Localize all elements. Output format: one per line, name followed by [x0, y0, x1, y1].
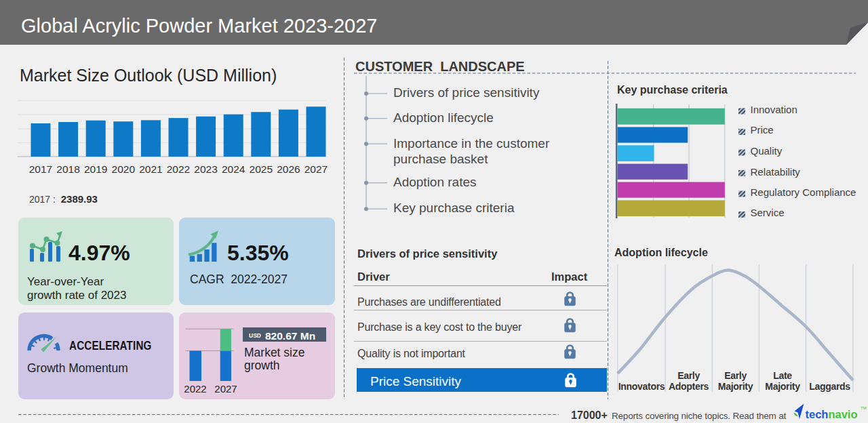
svg-text:Regulatory Compliance: Regulatory Compliance — [751, 186, 856, 198]
svg-text:Relatability: Relatability — [751, 166, 801, 178]
svg-text:Service: Service — [751, 207, 785, 218]
svg-text:TM: TM — [861, 406, 867, 410]
svg-text:Price: Price — [751, 124, 774, 136]
svg-text:Innovation: Innovation — [751, 105, 797, 115]
svg-text:technavio: technavio — [806, 408, 858, 420]
svg-text:Quality: Quality — [751, 145, 783, 157]
